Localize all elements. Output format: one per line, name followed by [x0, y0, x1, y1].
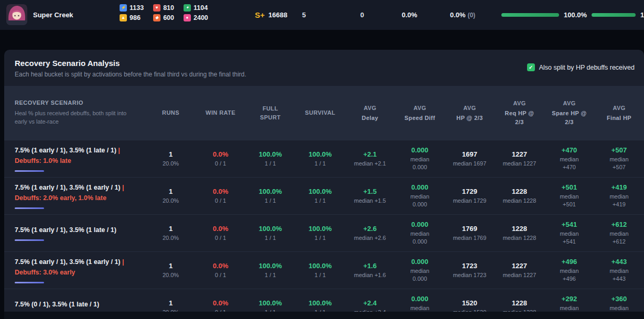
progress-bar-2: [592, 13, 636, 17]
avg-speed-diff-cell: 0.000 median 0.000: [395, 258, 445, 283]
stat-wit-value: 600: [163, 14, 174, 21]
table-row[interactable]: 7.5% (1 early / 1), 3.5% (1 late / 1) | …: [4, 140, 644, 177]
avg-delay-cell: +2.1 median +2.1: [345, 150, 395, 168]
full-spurt-cell: 100.0% 1 / 1: [245, 188, 295, 205]
scenario-underline: [15, 170, 44, 172]
runs-cell: 1 20.0%: [146, 188, 196, 205]
stamina-icon: ♥: [153, 4, 160, 12]
stat-grid: ⚡ 1133 ♥ 810 ✦ 1104 ▲ 986 ◆ 600 ● 2400: [120, 4, 208, 21]
avg-final-hp-cell: +507 median +507: [594, 146, 644, 172]
metric-pct-b: 0.0% (0): [450, 0, 475, 30]
skill-points-icon: ●: [184, 14, 191, 21]
win-rate-cell: 0.0% 0 / 1: [196, 188, 245, 205]
stat-speed: ⚡ 1133: [120, 4, 144, 12]
stat-power-value: 1104: [194, 4, 208, 12]
recovery-analysis-panel: Recovery Scenario Analysis Each heal buc…: [4, 50, 644, 319]
scenario-text: 7.5% (0 / 1), 3.5% (1 late / 1): [15, 301, 99, 308]
col-win-rate: WIN RATE: [196, 108, 245, 117]
speed-icon: ⚡: [120, 4, 127, 12]
survival-cell: 100.0% 1 / 1: [295, 150, 345, 168]
col-recovery-scenario-desc: Heal % plus received debuffs, both split…: [15, 109, 138, 126]
avg-req-hp-cell: 1227 median 1227: [495, 262, 544, 279]
scenario-text: 7.5% (1 early / 1), 3.5% (1 early / 1): [15, 184, 121, 191]
win-rate-cell: 0.0% 0 / 1: [196, 150, 245, 168]
avg-speed-diff-cell: 0.000 median 0.000: [395, 183, 445, 209]
avg-hp-cell: 1697 median 1697: [445, 150, 495, 168]
trainee-name: Super Creek: [33, 11, 73, 19]
avg-speed-diff-cell: 0.000 median 0.000: [395, 221, 445, 246]
scenario-text: 7.5% (1 early / 1), 3.5% (1 late / 1): [15, 226, 116, 234]
metric-pct-a: 0.0%: [402, 0, 417, 30]
trainee-summary[interactable]: Super Creek: [6, 4, 73, 25]
table-row[interactable]: 7.5% (1 early / 1), 3.5% (1 late / 1) 1 …: [4, 214, 644, 251]
stat-speed-value: 1133: [130, 4, 144, 12]
table-row[interactable]: 7.5% (1 early / 1), 3.5% (1 early / 1) |…: [4, 177, 644, 214]
progress-bar-2-label: 100.0%: [640, 11, 644, 19]
rank-score-value: 16688: [269, 11, 287, 19]
panel-header: Recovery Scenario Analysis Each heal buc…: [4, 50, 644, 86]
avg-delay-cell: +1.5 median +1.5: [345, 188, 395, 205]
topbar: Super Creek ⚡ 1133 ♥ 810 ✦ 1104 ▲ 986 ◆ …: [0, 0, 644, 30]
scenario-underline: [15, 239, 44, 241]
avg-req-hp-cell: 1227 median 1227: [495, 150, 544, 168]
col-avg-speed-diff: AVG Speed Diff: [395, 95, 445, 131]
split-by-debuffs-toggle[interactable]: Also split by HP debuffs received: [527, 63, 635, 71]
split-by-debuffs-checkbox[interactable]: [527, 63, 535, 71]
trainee-avatar[interactable]: [6, 4, 27, 25]
win-rate-cell: 0.0% 0 / 1: [196, 262, 245, 279]
scenario-cell: 7.5% (1 early / 1), 3.5% (1 early / 1) |…: [4, 257, 146, 283]
avg-spare-hp-cell: +501 median +501: [544, 183, 594, 209]
survival-cell: 100.0% 1 / 1: [295, 262, 345, 279]
survival-cell: 100.0% 1 / 1: [295, 188, 345, 205]
col-avg-final-hp: AVG Final HP: [594, 95, 644, 131]
stat-power: ✦ 1104: [184, 4, 208, 12]
scenario-cell: 7.5% (1 early / 1), 3.5% (1 late / 1): [4, 225, 146, 241]
metric-pct-b-value: 0.0%: [450, 11, 466, 19]
metric-count-b: 0: [360, 0, 364, 30]
guts-icon: ▲: [120, 14, 127, 21]
table-row[interactable]: 7.5% (1 early / 1), 3.5% (1 early / 1) |…: [4, 251, 644, 289]
col-runs: RUNS: [146, 108, 196, 117]
col-survival: SURVIVAL: [295, 108, 345, 117]
stat-guts-value: 986: [130, 14, 141, 21]
win-rate-cell: 0.0% 0 / 1: [196, 225, 245, 242]
full-spurt-cell: 100.0% 1 / 1: [245, 150, 295, 168]
progress-bar-2-group: 100.0%: [592, 0, 644, 30]
scenario-cell: 7.5% (1 early / 1), 3.5% (1 early / 1) |…: [4, 183, 146, 209]
scenario-text: 7.5% (1 early / 1), 3.5% (1 late / 1): [15, 147, 116, 154]
survival-cell: 100.0% 1 / 1: [295, 225, 345, 242]
split-by-debuffs-label[interactable]: Also split by HP debuffs received: [539, 64, 635, 71]
table-header: RECOVERY SCENARIO Heal % plus received d…: [4, 86, 644, 140]
stat-stamina: ♥ 810: [153, 4, 174, 12]
scenario-underline: [15, 207, 44, 209]
rank-score: S+ 16688: [255, 0, 287, 30]
col-recovery-scenario: RECOVERY SCENARIO Heal % plus received d…: [4, 100, 146, 126]
metric-pct-b-count: (0): [468, 12, 476, 19]
avg-spare-hp-cell: +470 median +470: [544, 146, 594, 172]
col-avg-delay: AVG Delay: [345, 95, 395, 131]
avg-spare-hp-cell: +541 median +541: [544, 221, 594, 246]
runs-cell: 1 20.0%: [146, 225, 196, 242]
avg-hp-cell: 1729 median 1729: [445, 188, 495, 205]
avg-final-hp-cell: +612 median +612: [594, 221, 644, 246]
bottom-strip: [4, 312, 644, 319]
rank-badge-icon: S+: [255, 10, 265, 19]
wit-icon: ◆: [153, 14, 160, 21]
stat-wit: ◆ 600: [153, 14, 174, 21]
stat-skill-points-value: 2400: [194, 14, 208, 21]
scenario-cell: 7.5% (1 early / 1), 3.5% (1 late / 1) | …: [4, 146, 146, 172]
table-body: 7.5% (1 early / 1), 3.5% (1 late / 1) | …: [4, 140, 644, 319]
stat-guts: ▲ 986: [120, 14, 144, 21]
power-icon: ✦: [184, 4, 191, 12]
progress-bar-1-label: 100.0%: [564, 11, 587, 19]
stat-stamina-value: 810: [163, 4, 174, 12]
col-avg-hp-at-two-thirds: AVG HP @ 2/3: [445, 95, 495, 131]
avg-speed-diff-cell: 0.000 median 0.000: [395, 146, 445, 172]
scenario-underline: [15, 282, 44, 283]
progress-bar-1-group: 100.0%: [501, 0, 587, 30]
col-avg-spare-hp: AVG Spare HP @ 2/3: [544, 90, 594, 136]
stat-skill-points: ● 2400: [184, 14, 208, 21]
runs-cell: 1 20.0%: [146, 262, 196, 279]
col-recovery-scenario-label: RECOVERY SCENARIO: [15, 100, 139, 106]
panel-subtitle: Each heal bucket is split by activations…: [15, 71, 634, 78]
